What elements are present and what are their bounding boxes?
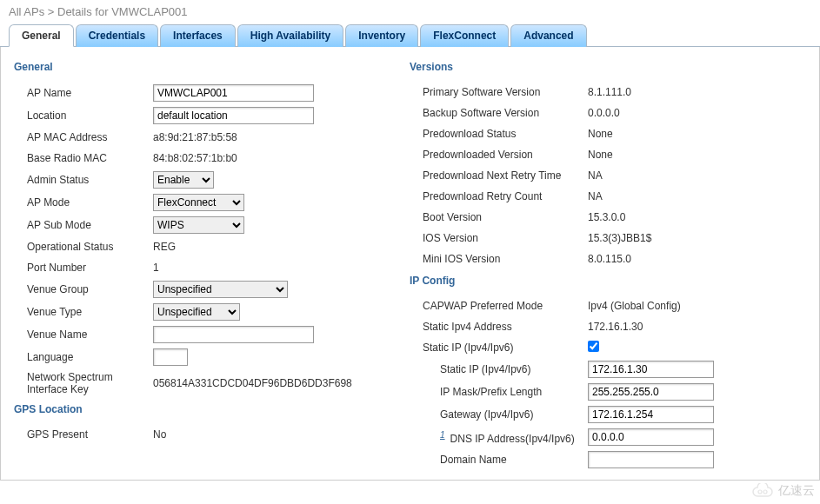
- label-primary-sw: Primary Software Version: [410, 86, 588, 98]
- label-predl-retry-count: Predownload Retry Count: [410, 190, 588, 202]
- gps-present-value: No: [153, 428, 383, 441]
- tab-advanced[interactable]: Advanced: [510, 24, 586, 47]
- section-general: General: [14, 56, 383, 78]
- tab-credentials[interactable]: Credentials: [76, 24, 158, 47]
- boot-version-value: 15.3.0.0: [588, 211, 736, 223]
- label-venue-type: Venue Type: [14, 306, 153, 318]
- label-dns: 1DNS IP Address(Ipv4/Ipv6): [410, 430, 588, 445]
- label-ap-mac: AP MAC Address: [14, 131, 153, 143]
- section-gps: GPS Location: [14, 398, 383, 421]
- ap-mode-select[interactable]: FlexConnect: [153, 194, 244, 211]
- ap-sub-mode-select[interactable]: WIPS: [153, 216, 244, 234]
- domain-name-input[interactable]: [588, 451, 714, 468]
- tab-flexconnect[interactable]: FlexConnect: [420, 24, 509, 47]
- label-venue-group: Venue Group: [14, 283, 153, 295]
- label-ios-version: IOS Version: [410, 232, 588, 244]
- ios-version-value: 15.3(3)JBB1$: [588, 232, 736, 244]
- label-capwap: CAPWAP Preferred Mode: [410, 300, 588, 312]
- label-predl-status: Predownload Status: [410, 128, 588, 140]
- language-input[interactable]: [153, 348, 188, 366]
- ip-mask-input[interactable]: [588, 383, 714, 401]
- static-ip-input[interactable]: [588, 361, 714, 378]
- static-ip-checkbox[interactable]: [588, 341, 599, 352]
- predl-next-retry-value: NA: [588, 169, 736, 182]
- label-admin-status: Admin Status: [14, 174, 153, 186]
- content: General AP Name Location AP MAC Address …: [0, 47, 820, 481]
- tab-general[interactable]: General: [9, 24, 74, 47]
- label-ap-name: AP Name: [14, 87, 153, 99]
- label-ap-mode: AP Mode: [14, 196, 153, 209]
- label-mini-ios-version: Mini IOS Version: [410, 253, 588, 265]
- section-ip-config: IP Config: [410, 269, 806, 292]
- ap-mac-value: a8:9d:21:87:b5:58: [153, 131, 383, 143]
- label-static-ip: Static IP (Ipv4/Ipv6): [410, 363, 588, 375]
- footnote-link[interactable]: 1: [440, 430, 445, 440]
- port-number-value: 1: [153, 262, 383, 274]
- tab-inventory[interactable]: Inventory: [345, 24, 418, 47]
- label-domain-name: Domain Name: [410, 454, 588, 466]
- venue-name-input[interactable]: [153, 326, 314, 343]
- label-port-number: Port Number: [14, 262, 153, 274]
- nsi-key-value: 056814A331CDCD04DF96DBD6DD3F698: [153, 377, 383, 389]
- label-ip-mask: IP Mask/Prefix Length: [410, 386, 588, 398]
- label-nsi-key: Network Spectrum Interface Key: [14, 371, 153, 395]
- op-status-value: REG: [153, 241, 383, 253]
- capwap-value: Ipv4 (Global Config): [588, 300, 736, 312]
- label-gateway: Gateway (Ipv4/Ipv6): [410, 408, 588, 421]
- predl-version-value: None: [588, 149, 736, 161]
- label-backup-sw: Backup Software Version: [410, 107, 588, 119]
- ap-name-input[interactable]: [153, 84, 314, 102]
- label-base-radio-mac: Base Radio MAC: [14, 152, 153, 164]
- primary-sw-value: 8.1.111.0: [588, 86, 736, 98]
- label-static-ipv4-addr: Static Ipv4 Address: [410, 321, 588, 333]
- venue-group-select[interactable]: Unspecified: [153, 281, 288, 298]
- label-static-ip-enable: Static IP (Ipv4/Ipv6): [410, 342, 588, 354]
- tab-high-availability[interactable]: High Availability: [237, 24, 343, 47]
- label-boot-version: Boot Version: [410, 211, 588, 223]
- base-radio-mac-value: 84:b8:02:57:1b:b0: [153, 152, 383, 164]
- admin-status-select[interactable]: Enable: [153, 171, 214, 189]
- venue-type-select[interactable]: Unspecified: [153, 303, 240, 321]
- static-ipv4-addr-value: 172.16.1.30: [588, 321, 736, 333]
- gateway-input[interactable]: [588, 406, 714, 423]
- backup-sw-value: 0.0.0.0: [588, 107, 736, 119]
- tabs: General Credentials Interfaces High Avai…: [0, 23, 820, 47]
- label-predl-next-retry: Predownload Next Retry Time: [410, 169, 588, 182]
- label-gps-present: GPS Present: [14, 428, 153, 441]
- predl-retry-count-value: NA: [588, 190, 736, 202]
- predl-status-value: None: [588, 128, 736, 140]
- location-input[interactable]: [153, 107, 314, 124]
- dns-input[interactable]: [588, 428, 714, 446]
- mini-ios-version-value: 8.0.115.0: [588, 253, 736, 265]
- label-venue-name: Venue Name: [14, 328, 153, 341]
- label-predl-version: Predownloaded Version: [410, 149, 588, 161]
- breadcrumb: All APs > Details for VMWCLAP001: [0, 0, 820, 23]
- tab-interfaces[interactable]: Interfaces: [160, 24, 236, 47]
- label-ap-sub-mode: AP Sub Mode: [14, 219, 153, 231]
- section-versions: Versions: [410, 56, 806, 78]
- label-location: Location: [14, 109, 153, 122]
- label-language: Language: [14, 351, 153, 363]
- label-op-status: Operational Status: [14, 241, 153, 253]
